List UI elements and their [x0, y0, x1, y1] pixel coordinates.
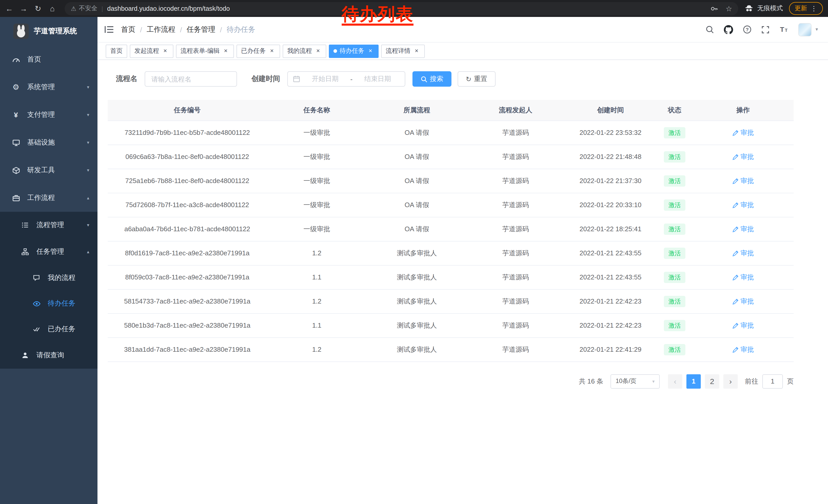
chevron-down-icon: ▾	[652, 379, 655, 384]
tab-done-tasks[interactable]: 已办任务 ×	[237, 44, 280, 58]
page-button-1[interactable]: 1	[687, 374, 701, 388]
sidebar-item-dev-tools[interactable]: 研发工具 ▾	[0, 156, 97, 184]
fullscreen-icon[interactable]	[761, 26, 770, 34]
breadcrumb-workflow[interactable]: 工作流程	[147, 25, 175, 34]
sidebar-item-label: 首页	[27, 55, 41, 64]
active-tab-dot	[333, 49, 337, 53]
cell-task-name: 一级审批	[267, 193, 367, 217]
collapse-sidebar-icon[interactable]	[105, 26, 113, 33]
chevron-down-icon: ▾	[87, 112, 89, 118]
browser-reload-button[interactable]: ↻	[31, 1, 45, 16]
status-badge: 激活	[664, 151, 686, 162]
sidebar-item-system-management[interactable]: ⚙ 系统管理 ▾	[0, 73, 97, 101]
breadcrumb-task-management[interactable]: 任务管理	[187, 25, 215, 34]
cell-task-name: 一级审批	[267, 169, 367, 193]
sidebar-item-todo-tasks[interactable]: 待办任务	[0, 291, 97, 316]
search-button[interactable]: 搜索	[412, 71, 451, 87]
process-name-input[interactable]	[145, 71, 237, 87]
tab-my-processes[interactable]: 我的流程 ×	[283, 44, 326, 58]
total-count: 共 16 条	[579, 377, 603, 386]
tab-start-process[interactable]: 发起流程 ×	[130, 44, 173, 58]
app-logo[interactable]: 芋道管理系统	[0, 17, 97, 46]
cell-initiator: 芋道源码	[467, 169, 564, 193]
font-size-icon[interactable]: TT	[779, 25, 788, 34]
filter-bar: 流程名 创建时间 开始日期 - 结束日期 搜索 ↻ 重置	[116, 71, 828, 87]
tab-todo-tasks[interactable]: 待办任务 ×	[329, 44, 379, 58]
tab-close-icon[interactable]: ×	[413, 47, 420, 55]
help-icon[interactable]: ?	[743, 25, 752, 34]
sidebar-item-home[interactable]: 首页	[0, 46, 97, 73]
tab-close-icon[interactable]: ×	[268, 47, 276, 55]
sidebar-item-payment-management[interactable]: ¥ 支付管理 ▾	[0, 101, 97, 129]
audit-link[interactable]: 审批	[732, 248, 754, 258]
table-row: 8f059c03-7ac8-11ec-a9e2-a2380e71991a 1.1…	[108, 265, 794, 289]
tab-home[interactable]: 首页	[106, 44, 127, 58]
reset-button[interactable]: ↻ 重置	[458, 71, 496, 87]
date-range-picker[interactable]: 开始日期 - 结束日期	[287, 71, 405, 87]
audit-link[interactable]: 审批	[732, 296, 754, 306]
audit-link[interactable]: 审批	[732, 321, 754, 330]
sidebar-item-task-management[interactable]: 任务管理 ▴	[0, 238, 97, 265]
cell-status: 激活	[657, 145, 693, 169]
browser-home-button[interactable]: ⌂	[45, 1, 59, 16]
sidebar-item-done-tasks[interactable]: 已办任务	[0, 316, 97, 342]
cell-task-id: 58154733-7ac8-11ec-a9e2-a2380e71991a	[108, 289, 267, 313]
avatar[interactable]	[798, 23, 812, 36]
sidebar-item-leave-query[interactable]: 请假查询	[0, 342, 97, 369]
address-bar[interactable]: ⚠ 不安全 | dashboard.yudao.iocoder.cn/bpm/t…	[65, 2, 738, 15]
create-time-label: 创建时间	[251, 74, 280, 84]
page-size-select[interactable]: 10条/页 ▾	[611, 374, 660, 388]
sidebar-item-workflow[interactable]: 工作流程 ▴	[0, 184, 97, 212]
audit-link[interactable]: 审批	[732, 224, 754, 234]
cell-task-id: a6aba0a4-7b6d-11ec-b781-acde48001122	[108, 217, 267, 241]
cell-created: 2022-01-21 22:42:23	[564, 313, 657, 337]
page-button-2[interactable]: 2	[705, 374, 719, 388]
start-date-placeholder[interactable]: 开始日期	[303, 74, 347, 84]
audit-link[interactable]: 审批	[732, 128, 754, 137]
audit-link[interactable]: 审批	[732, 152, 754, 161]
github-icon[interactable]	[724, 25, 733, 34]
chevron-up-icon: ▴	[87, 195, 89, 200]
chevron-up-icon: ▴	[87, 249, 89, 254]
browser-update-button[interactable]: 更新 ⋮	[789, 2, 823, 15]
audit-link[interactable]: 审批	[732, 176, 754, 185]
cell-process: 测试多审批人	[367, 289, 467, 313]
prev-page-button[interactable]: ‹	[668, 374, 682, 388]
sidebar-item-label: 已办任务	[48, 325, 75, 334]
bookmark-star-icon[interactable]: ☆	[726, 4, 732, 12]
cell-task-id: 381aa1dd-7ac8-11ec-a9e2-a2380e71991a	[108, 337, 267, 362]
tab-close-icon[interactable]: ×	[222, 47, 229, 55]
next-page-button[interactable]: ›	[723, 374, 738, 388]
tab-close-icon[interactable]: ×	[162, 47, 169, 55]
browser-menu-icon[interactable]: ⋮	[811, 5, 817, 12]
sidebar-item-label: 工作流程	[27, 193, 55, 202]
key-icon[interactable]	[710, 4, 718, 12]
cell-task-name: 1.2	[267, 337, 367, 362]
end-date-placeholder[interactable]: 结束日期	[356, 74, 400, 84]
url-text[interactable]: dashboard.yudao.iocoder.cn/bpm/task/todo	[107, 5, 710, 12]
browser-back-button[interactable]: ←	[2, 1, 16, 16]
sidebar-item-process-management[interactable]: 流程管理 ▾	[0, 212, 97, 238]
tab-close-icon[interactable]: ×	[367, 47, 374, 55]
sidebar-item-infrastructure[interactable]: 基础设施 ▾	[0, 129, 97, 156]
sidebar-item-my-processes[interactable]: 我的流程	[0, 265, 97, 291]
eye-icon	[32, 300, 41, 307]
tab-process-form-edit[interactable]: 流程表单-编辑 ×	[176, 44, 234, 58]
browser-forward-button[interactable]: →	[16, 1, 31, 16]
security-label[interactable]: 不安全	[79, 4, 97, 13]
user-menu[interactable]: ▼	[798, 23, 819, 36]
goto-page-input[interactable]	[762, 374, 783, 388]
audit-link[interactable]: 审批	[732, 273, 754, 282]
breadcrumb-home[interactable]: 首页	[121, 25, 135, 34]
tab-close-icon[interactable]: ×	[315, 47, 322, 55]
monitor-icon	[11, 139, 20, 146]
col-header-created: 创建时间	[564, 100, 657, 121]
audit-link[interactable]: 审批	[732, 345, 754, 354]
tab-label: 我的流程	[287, 47, 312, 55]
tags-view-bar: 首页 发起流程 × 流程表单-编辑 × 已办任务 × 我的流程 × 待办任务 ×…	[97, 43, 828, 60]
tab-process-detail[interactable]: 流程详情 ×	[381, 44, 425, 58]
audit-link[interactable]: 审批	[732, 200, 754, 210]
sidebar-item-label: 任务管理	[36, 247, 64, 256]
incognito-indicator: 无痕模式	[744, 4, 783, 13]
search-icon[interactable]	[705, 25, 714, 34]
